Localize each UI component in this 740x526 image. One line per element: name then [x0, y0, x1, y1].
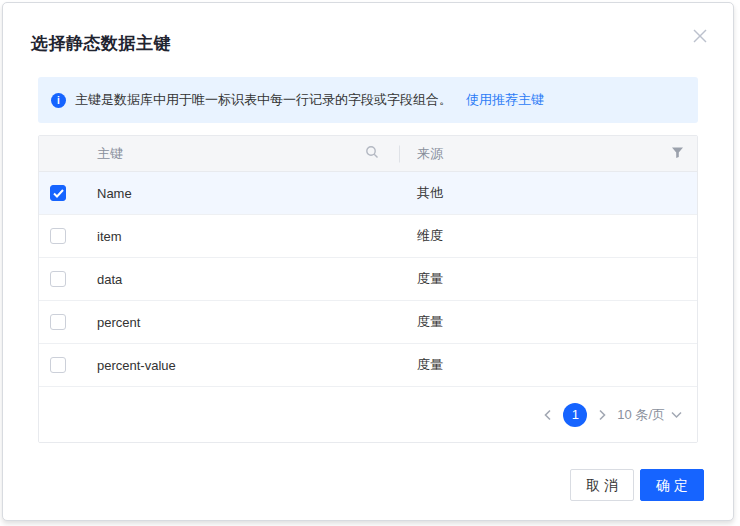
- cancel-button[interactable]: 取 消: [570, 469, 634, 501]
- close-icon: [692, 32, 708, 47]
- current-page-button[interactable]: 1: [563, 403, 587, 427]
- row-source: 维度: [400, 227, 697, 245]
- row-source: 度量: [400, 313, 697, 331]
- source-column-label: 来源: [417, 145, 443, 163]
- row-checkbox-cell: [39, 228, 97, 244]
- primary-key-table: 主键 来源: [38, 135, 698, 443]
- table-row[interactable]: percent-value 度量: [39, 344, 697, 387]
- row-source: 度量: [400, 270, 697, 288]
- row-checkbox-cell: [39, 314, 97, 330]
- check-icon: [53, 358, 64, 373]
- row-checkbox-cell: [39, 271, 97, 287]
- dialog-footer: 取 消 确 定: [570, 469, 704, 501]
- chevron-left-icon: [543, 409, 553, 424]
- confirm-button[interactable]: 确 定: [640, 469, 704, 501]
- info-icon: i: [51, 93, 66, 108]
- row-checkbox-cell: [39, 357, 97, 373]
- row-key: percent: [97, 315, 400, 330]
- close-button[interactable]: [691, 27, 709, 45]
- info-banner: i 主键是数据库中用于唯一标识表中每一行记录的字段或字段组合。 使用推荐主键: [38, 77, 698, 123]
- row-checkbox[interactable]: [50, 228, 66, 244]
- row-checkbox[interactable]: [50, 271, 66, 287]
- row-key: Name: [97, 186, 400, 201]
- row-source: 其他: [400, 184, 697, 202]
- table-body: Name 其他 item 维度: [39, 172, 697, 387]
- check-icon: [53, 315, 64, 330]
- row-key: item: [97, 229, 400, 244]
- header-source-cell: 来源: [400, 136, 697, 171]
- header-key-cell: 主键: [97, 136, 400, 171]
- next-page-button[interactable]: [597, 409, 607, 421]
- banner-text: 主键是数据库中用于唯一标识表中每一行记录的字段或字段组合。: [75, 91, 452, 109]
- table-header: 主键 来源: [39, 136, 697, 172]
- page-size-select[interactable]: 10 条/页: [617, 406, 682, 424]
- check-icon: [53, 186, 64, 201]
- row-checkbox[interactable]: [50, 185, 66, 201]
- row-checkbox[interactable]: [50, 314, 66, 330]
- dialog-title: 选择静态数据主键: [31, 32, 698, 55]
- table-row[interactable]: Name 其他: [39, 172, 697, 215]
- table-row[interactable]: data 度量: [39, 258, 697, 301]
- table-row[interactable]: percent 度量: [39, 301, 697, 344]
- row-source: 度量: [400, 356, 697, 374]
- row-key: data: [97, 272, 400, 287]
- check-icon: [53, 272, 64, 287]
- row-checkbox-cell: [39, 185, 97, 201]
- filter-icon[interactable]: [671, 146, 684, 162]
- prev-page-button[interactable]: [543, 409, 553, 421]
- search-icon[interactable]: [365, 145, 379, 162]
- key-column-label: 主键: [97, 145, 123, 163]
- chevron-down-icon: [671, 407, 682, 422]
- row-key: percent-value: [97, 358, 400, 373]
- header-column-divider: [399, 145, 400, 162]
- use-recommended-key-link[interactable]: 使用推荐主键: [466, 91, 544, 109]
- page-size-label: 10 条/页: [617, 406, 665, 424]
- check-icon: [53, 229, 64, 244]
- select-primary-key-dialog: 选择静态数据主键 i 主键是数据库中用于唯一标识表中每一行记录的字段或字段组合。…: [2, 2, 734, 521]
- chevron-right-icon: [597, 409, 607, 424]
- table-row[interactable]: item 维度: [39, 215, 697, 258]
- pagination: 1 10 条/页: [39, 387, 697, 442]
- row-checkbox[interactable]: [50, 357, 66, 373]
